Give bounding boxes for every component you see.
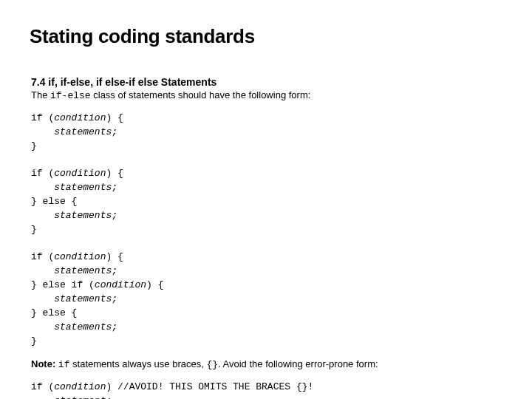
code-stmt6: statements; <box>54 321 117 332</box>
code2-cond: condition <box>54 381 106 392</box>
intro-suffix: class of statements should have the foll… <box>91 89 311 100</box>
code-cond3: condition <box>54 251 106 262</box>
code2-stmt: statement; <box>54 395 112 399</box>
code-cond4: condition <box>95 279 146 290</box>
intro-line: The if-else class of statements should h… <box>31 89 502 101</box>
note-line: Note: if statements always use braces, {… <box>31 358 502 370</box>
code-nl1: } if ( <box>31 140 54 180</box>
note-code2: {} <box>206 359 218 370</box>
section-heading: 7.4 if, if-else, if else-if else Stateme… <box>31 76 502 88</box>
code2-a: if ( <box>31 381 54 392</box>
code-stmt5: statements; <box>54 293 117 304</box>
code-cond1: condition <box>54 112 106 123</box>
code-stmt2: statements; <box>54 182 117 193</box>
section-body: 7.4 if, if-else, if else-if else Stateme… <box>31 76 502 399</box>
note-code1: if <box>58 359 70 370</box>
code-block-1: if (condition) { statements; } if (condi… <box>31 112 502 348</box>
code-nl3: } if ( <box>31 224 54 263</box>
note-mid: statements always use braces, <box>69 358 206 369</box>
note-label: Note: <box>31 358 55 369</box>
slide-title: Stating coding standards <box>30 25 502 48</box>
intro-code: if-else <box>50 90 91 101</box>
code-stmt4: statements; <box>54 265 117 276</box>
note-suffix: . Avoid the following error-prone form: <box>218 358 378 369</box>
code-kw1: if ( <box>31 112 54 123</box>
intro-prefix: The <box>31 89 50 100</box>
code-nl4: } else if ( <box>31 279 95 290</box>
code-stmt3: statements; <box>54 210 117 221</box>
code-stmt1: statements; <box>54 126 117 137</box>
code-cond2: condition <box>54 168 106 179</box>
code-block-2: if (condition) //AVOID! THIS OMITS THE B… <box>31 381 502 399</box>
code-nl6: } <box>31 335 37 347</box>
